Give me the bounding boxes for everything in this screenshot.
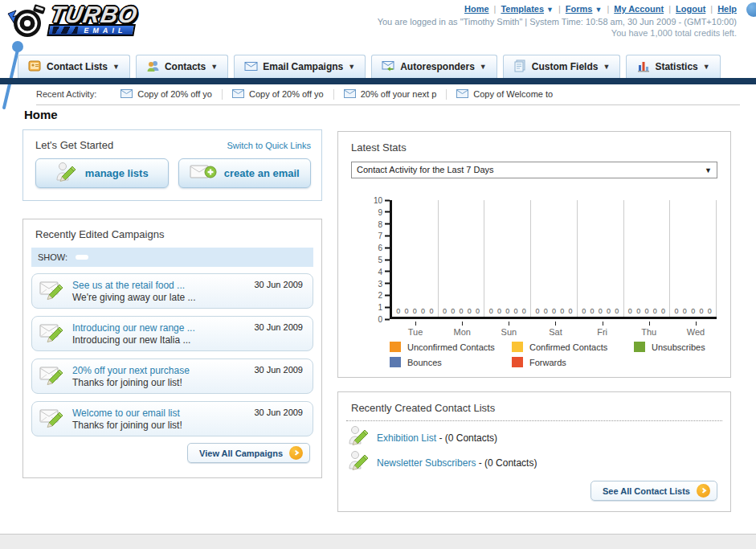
campaign-filter-tab[interactable] xyxy=(76,255,88,260)
nav-tab-contacts[interactable]: Contacts▼ xyxy=(136,55,228,78)
recent-activity-item[interactable]: Copy of 20% off yo xyxy=(223,89,334,100)
view-all-campaigns-button[interactable]: View All Campaigns xyxy=(187,443,310,463)
bar-value-label: 0 xyxy=(514,307,518,315)
envelope-pencil-icon xyxy=(39,321,66,343)
chevron-down-icon: ▼ xyxy=(546,6,554,14)
bar-value-label: 0 xyxy=(544,307,548,315)
envelope-pencil-icon xyxy=(39,406,66,428)
nav-tab-email-campaigns[interactable]: Email Campaigns▼ xyxy=(234,55,366,78)
chevron-down-icon: ▼ xyxy=(705,163,712,178)
contact-list-item[interactable]: Exhibition List - (0 Contacts) xyxy=(348,424,730,449)
nav-tab-autoresponders[interactable]: Autoresponders▼ xyxy=(371,55,497,78)
nav-tab-label: Email Campaigns xyxy=(263,61,343,72)
campaign-title-link[interactable]: See us at the retail food ... xyxy=(72,280,195,291)
header-link[interactable]: Templates xyxy=(501,4,544,14)
chevron-down-icon: ▼ xyxy=(480,63,487,71)
envelope-plus-icon xyxy=(190,162,217,184)
chart-plot-area: 00000000000000000000000000000000000 xyxy=(390,200,717,319)
legend-item: Unconfirmed Contacts xyxy=(390,342,512,352)
recent-activity-item[interactable]: Copy of Welcome to xyxy=(447,89,562,100)
y-tick: 1 xyxy=(378,303,390,312)
contact-list-link[interactable]: Newsletter Subscribers xyxy=(377,457,476,469)
link-separator: | xyxy=(710,4,713,14)
bar-value-label: 0 xyxy=(476,307,480,315)
nav-tab-custom-fields[interactable]: Custom Fields▼ xyxy=(503,55,621,78)
link-separator: | xyxy=(668,4,671,14)
contact-list-item[interactable]: Newsletter Subscribers - (0 Contacts) xyxy=(348,449,730,474)
bar-value-label: 0 xyxy=(708,307,712,315)
nav-tab-contact-lists[interactable]: Contact Lists▼ xyxy=(18,55,130,78)
arrow-circle-icon xyxy=(697,484,710,498)
stats-period-select[interactable]: ▼ Contact Activity for the Last 7 Days xyxy=(351,162,717,178)
x-tick-label: Sun xyxy=(485,322,532,337)
legend-item: Confirmed Contacts xyxy=(512,342,634,352)
y-tick: 3 xyxy=(378,279,390,288)
bar-value-label: 0 xyxy=(552,307,556,315)
document-icon xyxy=(513,59,527,72)
chevron-down-icon: ▼ xyxy=(112,63,120,71)
contact-list-count: - (0 Contacts) xyxy=(436,432,497,444)
bar-value-label: 0 xyxy=(468,307,472,315)
envelope-icon xyxy=(344,89,356,98)
x-tick-label: Thu xyxy=(626,322,672,337)
bar-value-label: 0 xyxy=(396,307,400,315)
bar-value-label: 0 xyxy=(443,307,447,315)
create-email-button[interactable]: create an email xyxy=(178,158,312,188)
x-tick-label: Wed xyxy=(672,322,719,337)
contact-list-link[interactable]: Exhibition List xyxy=(377,432,436,444)
bar-value-label: 0 xyxy=(691,307,695,315)
header-nav-links: Home|Templates▼|Forms▼|My Account|Logout… xyxy=(464,4,737,14)
bar-value-label: 0 xyxy=(675,307,679,315)
create-email-label: create an email xyxy=(224,167,300,179)
header-link[interactable]: Home xyxy=(464,4,489,14)
bar-value-label: 0 xyxy=(683,307,687,315)
x-tick-label: Tue xyxy=(392,322,439,337)
legend-item: Bounces xyxy=(390,357,512,367)
header-link[interactable]: Logout xyxy=(676,4,705,14)
y-tick: 8 xyxy=(378,219,390,228)
switch-quick-links-link[interactable]: Switch to Quick Links xyxy=(227,141,311,150)
bar-value-label: 0 xyxy=(535,307,539,315)
campaign-card[interactable]: 20% off your next purchaseThanks for joi… xyxy=(31,358,313,394)
legend-label: Confirmed Contacts xyxy=(529,342,607,352)
recent-activity-item[interactable]: Copy of 20% off yo xyxy=(111,89,223,100)
person-pencil-icon xyxy=(348,424,370,447)
legend-item: Unsubscribes xyxy=(634,342,705,352)
campaign-title-link[interactable]: Introducing our new range ... xyxy=(72,322,195,334)
campaign-title-link[interactable]: Welcome to our email list xyxy=(72,408,182,419)
manage-lists-button[interactable]: manage lists xyxy=(35,158,169,188)
envelope-pencil-icon xyxy=(39,363,66,386)
bar-value-label: 0 xyxy=(413,307,417,315)
header-link-wrap: Help xyxy=(717,4,737,14)
nav-tab-statistics[interactable]: Statistics▼ xyxy=(626,55,720,78)
view-all-campaigns-label: View All Campaigns xyxy=(199,449,283,458)
recent-activity-label: Copy of Welcome to xyxy=(473,89,553,99)
campaign-card[interactable]: See us at the retail food ...We're givin… xyxy=(31,273,313,309)
campaign-date: 30 Jun 2009 xyxy=(254,408,303,417)
header-link[interactable]: My Account xyxy=(614,4,664,14)
recent-activity-label: Copy of 20% off yo xyxy=(249,89,324,99)
bar-value-label: 0 xyxy=(582,307,586,315)
chevron-down-icon: ▼ xyxy=(603,63,610,71)
bar-value-label: 0 xyxy=(489,307,493,315)
recent-activity-item[interactable]: 20% off your next p xyxy=(334,89,447,100)
envelope-icon xyxy=(456,89,468,98)
legend-swatch xyxy=(390,357,401,367)
get-started-panel: Let's Get Started Switch to Quick Links … xyxy=(22,129,322,201)
campaign-date: 30 Jun 2009 xyxy=(254,365,303,375)
header-link[interactable]: Help xyxy=(717,4,737,14)
link-separator: | xyxy=(558,4,561,14)
campaign-title-link[interactable]: 20% off your next purchase xyxy=(72,365,190,376)
chevron-down-icon: ▼ xyxy=(348,63,355,71)
app-logo[interactable]: TURBO EMAIL xyxy=(6,2,199,44)
legend-label: Forwards xyxy=(529,358,566,367)
header-link[interactable]: Forms xyxy=(566,4,593,14)
see-all-contact-lists-button[interactable]: See All Contact Lists xyxy=(590,481,717,501)
campaign-card[interactable]: Introducing our new range ...Introducing… xyxy=(31,316,313,351)
manage-lists-label: manage lists xyxy=(85,167,149,179)
campaign-card[interactable]: Welcome to our email listThanks for join… xyxy=(31,401,313,436)
legend-swatch xyxy=(634,342,645,352)
person-pencil-icon xyxy=(55,161,78,183)
bar-value-label: 0 xyxy=(661,307,665,315)
page-title: Home xyxy=(24,108,58,121)
